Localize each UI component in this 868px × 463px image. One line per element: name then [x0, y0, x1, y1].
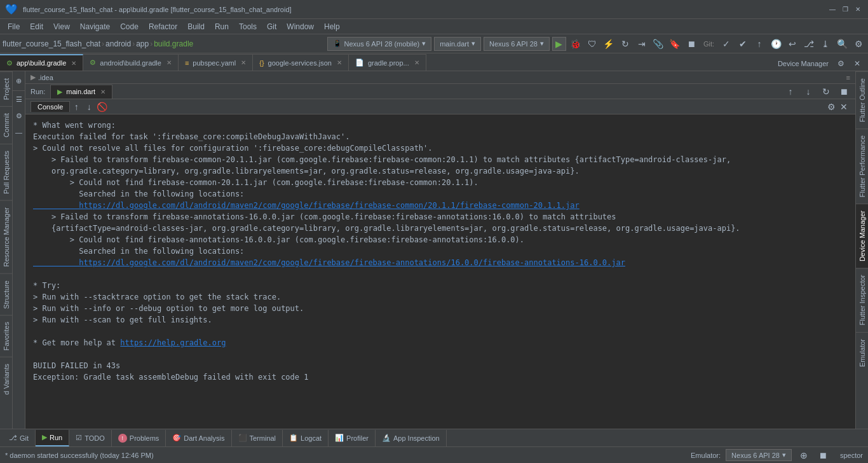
menu-build[interactable]: Build — [182, 21, 210, 32]
git-undo-button[interactable]: ↩ — [785, 37, 799, 51]
console-line-3: > Could not resolve all files for config… — [33, 142, 848, 154]
emulator-new-icon[interactable]: ⊕ — [797, 448, 811, 462]
coverage-button[interactable]: 🛡 — [585, 37, 599, 51]
console-tab[interactable]: Console — [31, 101, 70, 112]
run-rerun-icon[interactable]: ↻ — [820, 85, 832, 98]
menu-navigate[interactable]: Navigate — [75, 21, 115, 32]
console-hide-icon[interactable]: ✕ — [837, 100, 850, 113]
breadcrumb-file[interactable]: build.gradle — [154, 39, 193, 48]
close-button[interactable]: ✕ — [853, 4, 863, 15]
git-push-button[interactable]: ↑ — [752, 37, 766, 51]
left-vtab-resource-manager[interactable]: Resource Manager — [0, 200, 12, 273]
tab-google-services[interactable]: {} google-services.json ✕ — [253, 54, 349, 71]
menu-code[interactable]: Code — [115, 21, 144, 32]
menu-file[interactable]: File — [3, 21, 25, 32]
breadcrumb-android[interactable]: android — [105, 39, 131, 48]
bottom-tab-todo[interactable]: ☑ TODO — [69, 430, 112, 446]
right-tab-flutter-performance[interactable]: Flutter Performance — [856, 128, 868, 204]
profile-button[interactable]: ⚡ — [602, 37, 616, 51]
tab-close-icon[interactable]: ✕ — [71, 60, 76, 67]
bottom-tab-logcat[interactable]: 📋 Logcat — [283, 430, 329, 446]
breadcrumb-project[interactable]: flutter_course_15_flash_chat — [3, 39, 100, 48]
right-tab-flutter-outline[interactable]: Flutter Outline — [856, 71, 868, 128]
menu-run[interactable]: Run — [210, 21, 234, 32]
run-stop-icon[interactable]: ⏹ — [837, 85, 850, 98]
search-button[interactable]: 🔍 — [835, 37, 849, 51]
bottom-tab-app-inspection[interactable]: 🔬 App Inspection — [376, 430, 447, 446]
device-selector[interactable]: 📱 Nexus 6 API 28 (mobile) ▾ — [327, 37, 432, 51]
run-up-icon[interactable]: ↑ — [784, 85, 797, 98]
git-tick-button[interactable]: ✔ — [736, 37, 750, 51]
bottom-tab-terminal[interactable]: ⬛ Terminal — [232, 430, 283, 446]
tab-settings-icon[interactable]: ⚙ — [834, 57, 848, 71]
device-manager-tab[interactable]: Device Manager — [775, 60, 831, 67]
tab-close3-icon[interactable]: ✕ — [241, 59, 246, 66]
tab-close5-icon[interactable]: ✕ — [414, 59, 419, 66]
right-tab-emulator[interactable]: Emulator — [856, 332, 868, 373]
console-settings-icon[interactable]: ⚙ — [825, 100, 837, 113]
right-tab-flutter-inspector[interactable]: Flutter Inspector — [856, 268, 868, 331]
link-gradle-help[interactable]: https://help.gradle.org — [120, 338, 226, 347]
run-tab[interactable]: ▶ main.dart ✕ — [50, 85, 112, 99]
terminal-tab-label: Terminal — [250, 434, 276, 442]
emulator-stop-icon[interactable]: ⏹ — [816, 448, 830, 462]
menu-view[interactable]: View — [48, 21, 75, 32]
attach-button[interactable]: 📎 — [651, 37, 665, 51]
breadcrumb-app[interactable]: app — [136, 39, 149, 48]
link-firebase-common[interactable]: https://dl.google.com/dl/android/maven2/… — [33, 201, 580, 210]
menu-help[interactable]: Help — [319, 21, 345, 32]
project-minus-icon[interactable]: — — [14, 125, 24, 139]
console-down-icon[interactable]: ↓ — [83, 100, 95, 113]
git-merge-button[interactable]: ⤓ — [818, 37, 832, 51]
emulator-device-selector[interactable]: Nexus 6 API 28 ▾ — [726, 449, 792, 461]
run-down-icon[interactable]: ↓ — [802, 85, 815, 98]
menu-edit[interactable]: Edit — [25, 21, 48, 32]
menu-git[interactable]: Git — [262, 21, 281, 32]
forward-button[interactable]: ⇥ — [635, 37, 649, 51]
console-ban-icon[interactable]: 🚫 — [95, 100, 108, 113]
menu-window[interactable]: Window — [281, 21, 319, 32]
maximize-button[interactable]: ❐ — [840, 4, 850, 15]
git-check-button[interactable]: ✓ — [719, 37, 733, 51]
left-vtab-variants[interactable]: d Variants — [0, 357, 12, 401]
bottom-tab-git[interactable]: ⎇ Git — [3, 430, 36, 446]
stop-button[interactable]: ⏹ — [684, 37, 698, 51]
bottom-tab-run[interactable]: ▶ Run — [36, 430, 69, 446]
left-vtab-project[interactable]: Project — [0, 71, 12, 106]
bookmark-button[interactable]: 🔖 — [668, 37, 682, 51]
git-branch-button[interactable]: ⎇ — [802, 37, 816, 51]
tab-gradle-prop[interactable]: 📄 gradle.prop... ✕ — [349, 54, 426, 71]
project-expand-icon[interactable]: ⊕ — [14, 74, 24, 88]
settings-button[interactable]: ⚙ — [851, 37, 865, 51]
left-vtab-structure[interactable]: Structure — [0, 273, 12, 315]
link-firebase-annotations[interactable]: https://dl.google.com/dl/android/maven2/… — [33, 258, 625, 267]
bottom-tab-dart-analysis[interactable]: 🎯 Dart Analysis — [166, 430, 231, 446]
tab-android-build-gradle[interactable]: ⚙ android\build.gradle ✕ — [83, 54, 179, 71]
console-area[interactable]: * What went wrong: Execution failed for … — [25, 114, 855, 429]
left-vtab-favorites[interactable]: Favorites — [0, 315, 12, 357]
left-vtab-commit[interactable]: Commit — [0, 106, 12, 144]
project-cog-icon[interactable]: ⚙ — [14, 109, 24, 123]
tab-close2-icon[interactable]: ✕ — [166, 59, 172, 66]
bottom-tab-problems[interactable]: ! Problems — [112, 430, 166, 446]
run-tab-close-icon[interactable]: ✕ — [100, 88, 105, 95]
api-selector[interactable]: Nexus 6 API 28 ▾ — [484, 37, 550, 51]
menu-refactor[interactable]: Refactor — [144, 21, 182, 32]
project-sort-icon[interactable]: ☰ — [14, 92, 24, 106]
reload-button[interactable]: ↻ — [618, 37, 632, 51]
right-tab-device-manager[interactable]: Device Manager — [856, 204, 868, 268]
tab-close4-icon[interactable]: ✕ — [337, 59, 342, 66]
minimize-button[interactable]: — — [827, 4, 837, 15]
menu-tools[interactable]: Tools — [234, 21, 262, 32]
tab-app-build-gradle[interactable]: ⚙ app\build.gradle ✕ — [0, 54, 83, 71]
git-history-button[interactable]: 🕐 — [769, 37, 783, 51]
console-line-20: Exception: Gradle task assembleDebug fai… — [33, 371, 848, 383]
console-up-icon[interactable]: ↑ — [70, 100, 83, 113]
tab-pubspec[interactable]: ≡ pubspec.yaml ✕ — [179, 54, 253, 71]
run-button[interactable]: ▶ — [552, 37, 566, 51]
left-vtab-pull-requests[interactable]: Pull Requests — [0, 144, 12, 200]
run-config-selector[interactable]: main.dart ▾ — [434, 37, 481, 51]
bottom-tab-profiler[interactable]: 📊 Profiler — [329, 430, 376, 446]
debug-button[interactable]: 🐞 — [569, 37, 583, 51]
tab-hide-icon[interactable]: ✕ — [850, 57, 864, 71]
